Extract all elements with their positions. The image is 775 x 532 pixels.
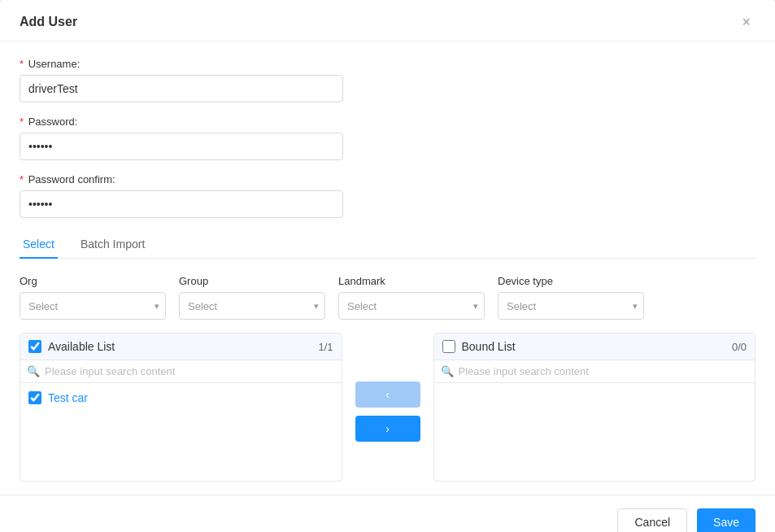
bound-search-icon: 🔍 — [441, 365, 454, 377]
required-star-2: * — [20, 116, 24, 128]
available-list-items: Test car — [20, 383, 342, 481]
bound-list-count: 0/0 — [732, 341, 747, 353]
device-type-filter-label: Device type — [498, 275, 644, 287]
username-label: * Username: — [20, 58, 755, 70]
password-group: * Password: — [20, 116, 755, 160]
org-select-wrapper: Select ▾ — [20, 292, 166, 320]
device-type-select-wrapper: Select ▾ — [498, 292, 644, 320]
available-search-icon: 🔍 — [27, 365, 40, 377]
tab-select[interactable]: Select — [20, 231, 58, 259]
dialog-header: Add User × — [0, 0, 775, 41]
org-filter-label: Org — [20, 275, 166, 287]
list-item[interactable]: Test car — [27, 388, 335, 408]
password-confirm-group: * Password confirm: — [20, 173, 755, 218]
item-label: Test car — [48, 391, 88, 404]
available-list-search: 🔍 — [20, 360, 342, 383]
password-confirm-input[interactable] — [20, 190, 343, 218]
landmark-select[interactable]: Select — [338, 292, 485, 320]
bound-list-search: 🔍 — [434, 360, 755, 383]
tab-bar: Select Batch Import — [20, 231, 755, 259]
add-user-dialog: Add User × * Username: * Password: * Pas… — [0, 0, 775, 532]
required-star: * — [20, 58, 24, 70]
required-star-3: * — [20, 173, 24, 185]
org-select[interactable]: Select — [20, 292, 166, 320]
bound-list-header: Bound List 0/0 — [434, 334, 755, 360]
filter-row: Org Select ▾ Group Select ▾ Land — [20, 275, 755, 320]
available-list-panel: Available List 1/1 🔍 Test car — [20, 333, 342, 482]
transfer-right-button[interactable]: › — [355, 416, 420, 442]
bound-search-input[interactable] — [459, 365, 749, 377]
transfer-left-button[interactable]: ‹ — [355, 382, 420, 408]
password-confirm-label: * Password confirm: — [20, 173, 755, 185]
bound-list-panel: Bound List 0/0 🔍 — [433, 333, 756, 482]
username-input[interactable] — [20, 75, 343, 102]
available-list-title: Available List — [48, 340, 318, 353]
dialog-footer: Cancel Save — [0, 495, 775, 532]
bound-list-items — [434, 383, 755, 481]
username-group: * Username: — [20, 58, 755, 102]
group-filter-label: Group — [179, 275, 325, 287]
dialog-body: * Username: * Password: * Password confi… — [0, 41, 775, 482]
group-select-wrapper: Select ▾ — [179, 292, 325, 320]
landmark-filter-label: Landmark — [338, 275, 485, 287]
available-list-header: Available List 1/1 — [20, 334, 342, 360]
available-search-input[interactable] — [45, 365, 335, 377]
device-type-select[interactable]: Select — [498, 292, 644, 320]
password-label: * Password: — [20, 116, 755, 128]
item-checkbox[interactable] — [28, 391, 41, 404]
cancel-button[interactable]: Cancel — [617, 508, 687, 532]
landmark-filter-col: Landmark Select ▾ — [338, 275, 485, 320]
close-button[interactable]: × — [737, 13, 755, 31]
transfer-buttons: ‹ › — [342, 382, 433, 442]
tab-batch-import[interactable]: Batch Import — [77, 231, 148, 259]
save-button[interactable]: Save — [697, 508, 755, 532]
password-input[interactable] — [20, 133, 343, 160]
available-list-checkbox[interactable] — [28, 340, 41, 353]
bound-list-checkbox[interactable] — [442, 340, 455, 353]
dialog-title: Add User — [20, 15, 77, 29]
group-select[interactable]: Select — [179, 292, 325, 320]
available-list-count: 1/1 — [318, 341, 333, 353]
landmark-select-wrapper: Select ▾ — [338, 292, 485, 320]
org-filter-col: Org Select ▾ — [20, 275, 166, 320]
device-type-filter-col: Device type Select ▾ — [498, 275, 644, 320]
bound-list-title: Bound List — [462, 340, 732, 353]
group-filter-col: Group Select ▾ — [179, 275, 325, 320]
lists-area: Available List 1/1 🔍 Test car ‹ › — [20, 333, 755, 482]
